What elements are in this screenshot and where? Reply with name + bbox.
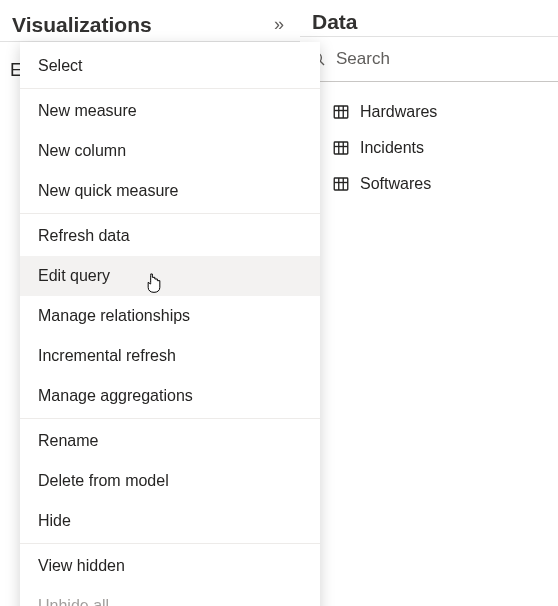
search-input[interactable] bbox=[336, 49, 548, 69]
data-panel-header: Data bbox=[300, 10, 558, 37]
menu-separator bbox=[20, 88, 320, 89]
search-row[interactable] bbox=[300, 37, 558, 82]
menu-item-new-measure[interactable]: New measure bbox=[20, 91, 320, 131]
visualizations-title: Visualizations bbox=[12, 13, 152, 37]
svg-rect-2 bbox=[334, 106, 348, 118]
menu-item-rename[interactable]: Rename bbox=[20, 421, 320, 461]
menu-item-incremental-refresh[interactable]: Incremental refresh bbox=[20, 336, 320, 376]
menu-item-hide[interactable]: Hide bbox=[20, 501, 320, 541]
menu-separator bbox=[20, 213, 320, 214]
context-menu: Select New measure New column New quick … bbox=[20, 42, 320, 606]
menu-item-edit-query[interactable]: Edit query bbox=[20, 256, 320, 296]
visualizations-panel-header: Visualizations » bbox=[0, 10, 300, 42]
fields-tree: › Hardwares › Incidents bbox=[300, 82, 558, 214]
menu-item-refresh-data[interactable]: Refresh data bbox=[20, 216, 320, 256]
collapse-right-icon[interactable]: » bbox=[270, 10, 288, 39]
data-title: Data bbox=[312, 10, 358, 34]
table-label: Incidents bbox=[360, 139, 424, 157]
svg-rect-10 bbox=[334, 178, 348, 190]
data-panel: Data › Hardwares › bbox=[300, 0, 558, 606]
menu-item-select[interactable]: Select bbox=[20, 46, 320, 86]
svg-line-1 bbox=[320, 61, 324, 65]
menu-item-new-column[interactable]: New column bbox=[20, 131, 320, 171]
table-item-hardwares[interactable]: › Hardwares bbox=[308, 94, 550, 130]
menu-item-manage-relationships[interactable]: Manage relationships bbox=[20, 296, 320, 336]
menu-separator bbox=[20, 543, 320, 544]
table-label: Hardwares bbox=[360, 103, 437, 121]
table-item-softwares[interactable]: › Softwares bbox=[308, 166, 550, 202]
menu-item-view-hidden[interactable]: View hidden bbox=[20, 546, 320, 586]
table-icon bbox=[332, 103, 350, 121]
table-label: Softwares bbox=[360, 175, 431, 193]
svg-rect-6 bbox=[334, 142, 348, 154]
menu-item-unhide-all: Unhide all bbox=[20, 586, 320, 606]
menu-item-new-quick-measure[interactable]: New quick measure bbox=[20, 171, 320, 211]
menu-separator bbox=[20, 418, 320, 419]
menu-item-delete-from-model[interactable]: Delete from model bbox=[20, 461, 320, 501]
menu-item-manage-aggregations[interactable]: Manage aggregations bbox=[20, 376, 320, 416]
table-icon bbox=[332, 139, 350, 157]
table-icon bbox=[332, 175, 350, 193]
table-item-incidents[interactable]: › Incidents bbox=[308, 130, 550, 166]
